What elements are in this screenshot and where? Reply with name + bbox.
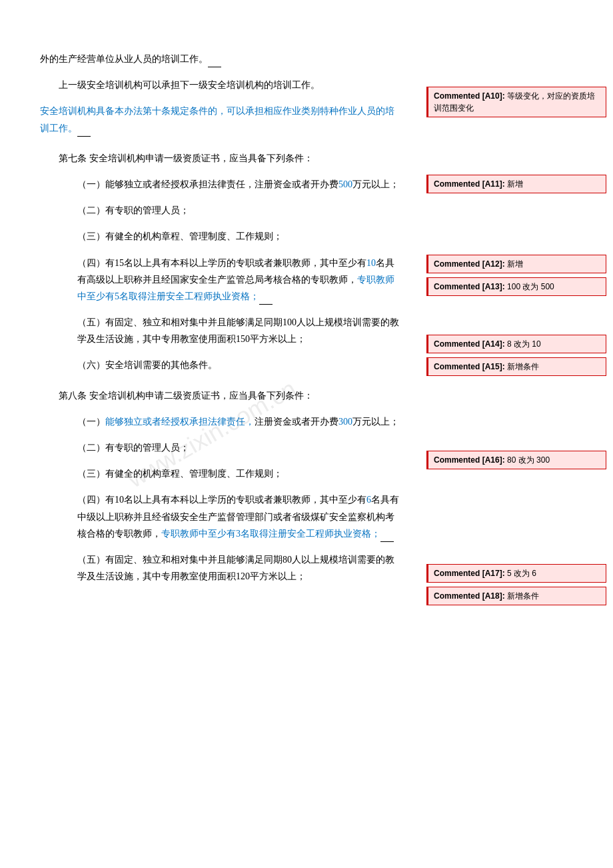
underline-1 xyxy=(208,58,221,67)
comment-A13: Commented [A13]: 100 改为 500 xyxy=(426,277,606,296)
article-8: 第八条 安全培训机构申请二级资质证书，应当具备下列条件： xyxy=(59,387,403,404)
item-san-2: （三）有健全的机构章程、管理制度、工作规则； xyxy=(77,465,403,482)
item-liu-1: （六）安全培训需要的其他条件。 xyxy=(77,357,403,373)
underline-2 xyxy=(77,127,91,137)
comment-A16: Commented [A16]: 80 改为 300 xyxy=(426,451,606,469)
item-er-2: （二）有专职的管理人员； xyxy=(77,439,403,456)
comment-A15: Commented [A15]: 新增条件 xyxy=(426,357,606,376)
item-san-1: （三）有健全的机构章程、管理制度、工作规则； xyxy=(77,228,403,245)
item-si-2: （四）有10名以上具有本科以上学历的专职或者兼职教师，其中至少有6名具有中级以上… xyxy=(77,491,403,542)
article-7: 第七条 安全培训机构申请一级资质证书，应当具备下列条件： xyxy=(59,150,403,167)
comment-A11: Commented [A11]: 新增 xyxy=(426,175,606,193)
para1: 外的生产经营单位从业人员的培训工作。 xyxy=(40,51,403,67)
item-wu-2: （五）有固定、独立和相对集中并且能够满足同期80人以上规模培训需要的教学及生活设… xyxy=(77,551,403,585)
item-si-1: （四）有15名以上具有本科以上学历的专职或者兼职教师，其中至少有10名具有高级以… xyxy=(77,255,403,305)
comments-sidebar: Commented [A10]: 等级变化，对应的资质培训范围变化 Commen… xyxy=(423,0,613,868)
item-yi-1: （一）能够独立或者经授权承担法律责任，注册资金或者开办费500万元以上； xyxy=(77,176,403,193)
comment-A17: Commented [A17]: 5 改为 6 xyxy=(426,564,606,583)
item-yi-2: （一）能够独立或者经授权承担法律责任，注册资金或者开办费300万元以上； xyxy=(77,413,403,430)
para3: 安全培训机构具备本办法第十条规定条件的，可以承担相应作业类别特种作业人员的培训工… xyxy=(40,103,403,136)
comment-A10: Commented [A10]: 等级变化，对应的资质培训范围变化 xyxy=(426,87,606,117)
comment-A12: Commented [A12]: 新增 xyxy=(426,255,606,273)
underline-4 xyxy=(380,533,394,542)
item-er-1: （二）有专职的管理人员； xyxy=(77,202,403,219)
comment-A18: Commented [A18]: 新增条件 xyxy=(426,587,606,605)
para2: 上一级安全培训机构可以承担下一级安全培训机构的培训工作。 xyxy=(59,77,403,93)
underline-3 xyxy=(259,295,273,305)
item-wu-1: （五）有固定、独立和相对集中并且能够满足同期100人以上规模培训需要的教学及生活… xyxy=(77,314,403,347)
comment-A14: Commented [A14]: 8 改为 10 xyxy=(426,335,606,353)
